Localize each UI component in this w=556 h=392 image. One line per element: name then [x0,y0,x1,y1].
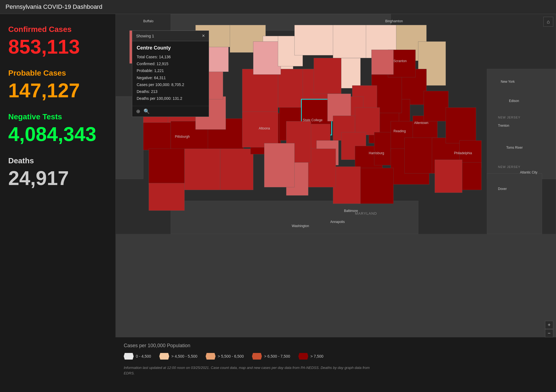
probable-cases-value: 147,127 [8,80,107,101]
svg-rect-3 [487,69,556,179]
main-layout: Confirmed Cases 853,113 Probable Cases 1… [0,14,556,392]
zoom-out-button[interactable]: − [545,329,553,337]
svg-text:NEW JERSEY: NEW JERSEY [498,116,521,119]
title-bar: Pennsylvania COVID-19 Dashboard [0,0,556,14]
legend-item-2: > 5,500 - 6,500 [206,353,244,360]
negative-tests-block: Negative Tests 4,084,343 [8,112,107,145]
svg-text:Annapolis: Annapolis [330,220,345,224]
legend-swatch-0 [124,353,134,360]
svg-text:Dover: Dover [498,187,507,191]
svg-rect-21 [242,69,278,113]
svg-text:NEW JERSEY: NEW JERSEY [498,165,521,169]
probable-cases-block: Probable Cases 147,127 [8,69,107,101]
svg-rect-13 [149,149,185,184]
zoom-controls: + − [545,321,553,337]
legend-item-4: > 7,500 [298,353,323,360]
svg-text:Allentown: Allentown [414,121,428,125]
negative-tests-label: Negative Tests [8,112,107,121]
svg-rect-65 [264,143,294,187]
svg-rect-60 [358,168,393,204]
svg-text:Harrisburg: Harrisburg [369,151,384,155]
popup-row-1: Confirmed: 12,915 [137,60,204,67]
popup-body: Centre County Total Cases: 14,136 Confir… [132,41,209,106]
legend-label-3: > 6,500 - 7,500 [264,354,290,358]
legend-swatch-1 [159,353,169,360]
legend-swatch-2 [206,353,216,360]
svg-text:MARYLAND: MARYLAND [355,211,377,216]
legend-label-0: 0 - 4,500 [136,354,151,358]
legend-area: Cases per 100,000 Population 0 - 4,500 >… [115,337,556,392]
svg-text:Trenton: Trenton [498,124,509,128]
svg-rect-70 [446,107,476,143]
popup-row-0: Total Cases: 14,136 [137,54,204,60]
svg-rect-73 [435,160,462,193]
svg-text:Washington: Washington [292,224,309,228]
popup-row-4: Cases per 100,000: 8,705.2 [137,81,204,88]
svg-text:Atlantic City: Atlantic City [520,170,537,174]
legend-item-1: > 4,500 - 5,500 [159,353,197,360]
popup-move-button[interactable]: ⊕ [136,108,140,114]
popup-row-3: Negative: 64,311 [137,74,204,81]
legend-item-0: 0 - 4,500 [124,353,151,360]
map-container[interactable]: Pittsburgh Altoona State College Harrisb… [115,14,556,392]
svg-rect-4 [171,201,418,234]
svg-text:Toms River: Toms River [506,146,523,150]
popup-county-name: Centre County [137,45,204,51]
legend-swatch-3 [252,353,262,360]
popup-header: Showing 1 × [132,31,209,41]
popup-close-button[interactable]: × [202,33,205,39]
svg-text:Altoona: Altoona [259,126,270,130]
svg-text:State College: State College [303,118,323,122]
deaths-label: Deaths [8,156,107,165]
svg-rect-11 [143,123,171,150]
page-title: Pennsylvania COVID-19 Dashboard [5,3,102,10]
popup-showing-text: Showing 1 [136,34,154,38]
svg-rect-17 [220,149,253,190]
home-icon: ⌂ [547,19,550,25]
deaths-value: 24,917 [8,167,107,189]
svg-text:Buffalo: Buffalo [143,19,153,23]
svg-rect-33 [253,42,281,74]
legend-label-2: > 5,500 - 6,500 [218,354,244,358]
popup-actions: ⊕ 🔍 [132,106,209,117]
svg-text:Binghamton: Binghamton [385,19,403,23]
left-panel: Confirmed Cases 853,113 Probable Cases 1… [0,14,115,392]
svg-rect-36 [314,58,341,94]
popup-row-5: Deaths: 213 [137,88,204,95]
right-panel: Pittsburgh Altoona State College Harrisb… [115,14,556,392]
svg-rect-37 [294,25,336,55]
legend-title: Cases per 100,000 Population [124,343,548,349]
svg-text:Scranton: Scranton [393,59,407,63]
deaths-block: Deaths 24,917 [8,156,107,189]
svg-rect-67 [424,91,448,121]
legend-items: 0 - 4,500 > 4,500 - 5,500 > 5,500 - 6,50… [124,353,548,360]
svg-rect-38 [333,25,371,58]
svg-rect-16 [185,149,220,190]
zoom-in-button[interactable]: + [545,321,553,329]
confirmed-cases-block: Confirmed Cases 853,113 [8,25,107,58]
confirmed-cases-value: 853,113 [8,36,107,58]
svg-rect-5 [487,173,542,234]
popup-row-6: Deaths per 100,000: 131.2 [137,95,204,102]
confirmed-cases-label: Confirmed Cases [8,25,107,34]
footer-note: Information last updated at 12:00 noon o… [124,365,371,376]
svg-rect-14 [149,183,185,211]
svg-rect-47 [371,50,393,74]
legend-label-4: > 7,500 [310,354,323,358]
legend-label-1: > 4,500 - 5,500 [171,354,197,358]
svg-text:Pittsburgh: Pittsburgh [175,135,190,139]
svg-text:Reading: Reading [393,129,406,133]
probable-cases-label: Probable Cases [8,69,107,78]
popup-zoom-button[interactable]: 🔍 [144,108,150,114]
negative-tests-value: 4,084,343 [8,123,107,145]
svg-text:New York: New York [501,80,515,84]
county-popup: Showing 1 × Centre County Total Cases: 1… [132,31,209,117]
svg-text:Philadelphia: Philadelphia [454,151,472,155]
popup-row-2: Probable: 1,221 [137,67,204,74]
svg-rect-61 [333,167,360,204]
map-home-button[interactable]: ⌂ [543,17,553,27]
svg-rect-50 [355,107,380,135]
legend-swatch-4 [298,353,308,360]
legend-item-3: > 6,500 - 7,500 [252,353,290,360]
svg-text:Edison: Edison [509,99,519,103]
